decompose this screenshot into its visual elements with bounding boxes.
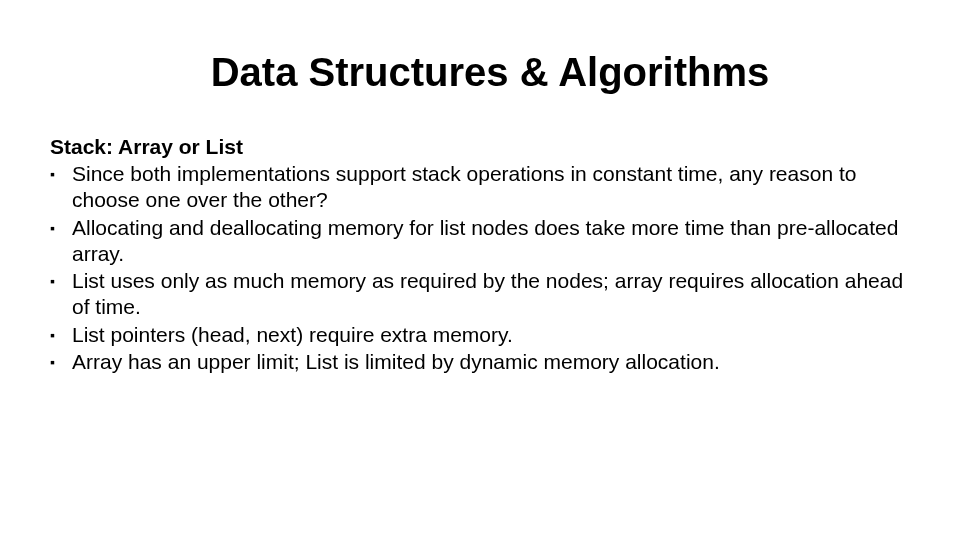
bullet-icon: ▪ bbox=[50, 215, 72, 238]
bullet-text: List pointers (head, next) require extra… bbox=[72, 322, 910, 348]
list-item: ▪ Since both implementations support sta… bbox=[50, 161, 910, 214]
list-item: ▪ Array has an upper limit; List is limi… bbox=[50, 349, 910, 375]
bullet-text: Allocating and deallocating memory for l… bbox=[72, 215, 910, 268]
content-subtitle: Stack: Array or List bbox=[50, 135, 910, 159]
bullet-text: Since both implementations support stack… bbox=[72, 161, 910, 214]
slide-content: Stack: Array or List ▪ Since both implem… bbox=[50, 135, 910, 375]
bullet-icon: ▪ bbox=[50, 349, 72, 372]
list-item: ▪ List uses only as much memory as requi… bbox=[50, 268, 910, 321]
slide-title: Data Structures & Algorithms bbox=[70, 50, 910, 95]
bullet-text: List uses only as much memory as require… bbox=[72, 268, 910, 321]
list-item: ▪ Allocating and deallocating memory for… bbox=[50, 215, 910, 268]
bullet-text: Array has an upper limit; List is limite… bbox=[72, 349, 910, 375]
bullet-icon: ▪ bbox=[50, 161, 72, 184]
list-item: ▪ List pointers (head, next) require ext… bbox=[50, 322, 910, 348]
bullet-list: ▪ Since both implementations support sta… bbox=[50, 161, 910, 375]
bullet-icon: ▪ bbox=[50, 268, 72, 291]
bullet-icon: ▪ bbox=[50, 322, 72, 345]
